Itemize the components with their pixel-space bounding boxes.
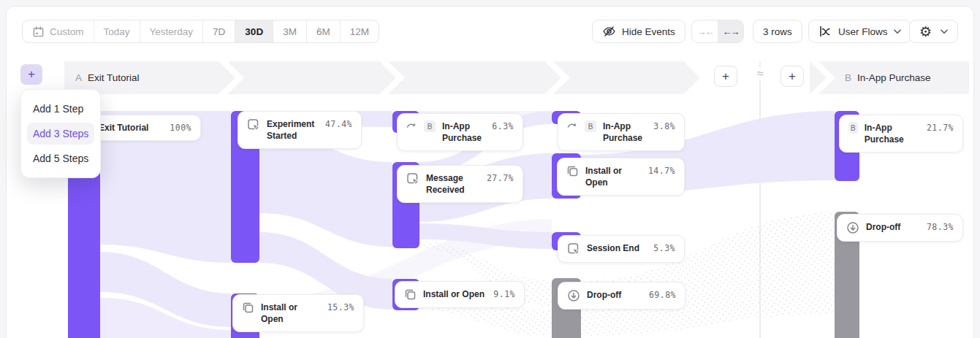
skip-arrow-icon xyxy=(406,120,417,130)
node-label: Drop-off xyxy=(866,221,900,233)
expand-columns-button[interactable]: ←→ xyxy=(718,20,743,42)
rows-button[interactable]: 3 rows xyxy=(753,20,802,43)
node-label: Drop-off xyxy=(587,289,621,301)
node-label: Install or Open xyxy=(423,288,485,300)
node-card-exit-tutorial[interactable]: Exit Tutorial 100% xyxy=(89,115,201,141)
eye-off-icon xyxy=(602,25,616,38)
step-band-a3 xyxy=(388,61,561,94)
node-percentage: 47.4% xyxy=(325,118,352,129)
user-flows-chart-icon xyxy=(818,25,832,38)
date-range-label: Today xyxy=(104,26,130,37)
add-step-b-button[interactable]: + xyxy=(780,66,804,87)
flows-divider xyxy=(759,61,761,338)
node-label: Message Received xyxy=(426,172,474,196)
tap-event-icon xyxy=(567,242,580,256)
flow-b-badge: B xyxy=(585,120,596,132)
date-range-label: 30D xyxy=(245,26,263,37)
date-range-30d[interactable]: 30D xyxy=(235,20,273,42)
node-percentage: 3.8% xyxy=(653,120,675,131)
node-percentage: 15.3% xyxy=(327,301,354,312)
step-band-b1[interactable]: B In-App Purchase xyxy=(818,61,969,94)
node-card-in-app-purchase-3[interactable]: B In-App Purchase 6.3% xyxy=(397,113,523,151)
chevron-down-icon xyxy=(941,29,948,34)
node-card-in-app-purchase-4[interactable]: B In-App Purchase 3.8% xyxy=(558,113,685,151)
date-range-label: Custom xyxy=(50,26,84,37)
plus-icon: + xyxy=(722,69,729,84)
node-card-install-or-open-3[interactable]: Install or Open 9.1% xyxy=(395,281,525,308)
node-label: In-App Purchase xyxy=(442,120,485,144)
date-range-12m[interactable]: 12M xyxy=(340,20,379,42)
step-band-a2 xyxy=(227,61,396,94)
expand-arrows-icon: ←→ xyxy=(723,26,739,37)
add-step-a-button[interactable]: + xyxy=(714,66,737,87)
tap-event-icon xyxy=(406,172,419,185)
node-card-install-or-open-4[interactable]: Install or Open 14.7% xyxy=(557,158,685,196)
node-label: Exit Tutorial xyxy=(99,122,148,134)
node-percentage: 100% xyxy=(170,122,191,133)
add-steps-before-button[interactable]: + xyxy=(20,64,42,85)
copy-squares-icon xyxy=(566,165,579,177)
node-percentage: 27.7% xyxy=(487,172,514,183)
node-card-in-app-purchase-b[interactable]: B In-App Purchase 21.7% xyxy=(839,115,963,153)
copy-squares-icon xyxy=(404,288,417,301)
flow-b-badge: B xyxy=(424,120,436,132)
date-range-label: 12M xyxy=(350,26,369,37)
add-steps-menu: Add 1 Step Add 3 Steps Add 5 Steps xyxy=(20,89,101,178)
drop-off-icon xyxy=(846,221,859,234)
date-range-label: 7D xyxy=(213,26,225,37)
step-letter: B xyxy=(845,72,851,83)
settings-dropdown[interactable]: ⚙ xyxy=(909,20,958,43)
drop-off-icon xyxy=(567,289,580,302)
node-label: Session End xyxy=(587,242,639,254)
menu-item-add-1-step[interactable]: Add 1 Step xyxy=(21,96,100,121)
node-card-experiment-started[interactable]: Experiment Started 47.4% xyxy=(238,111,362,149)
date-range-label: 3M xyxy=(283,26,297,37)
user-flows-screen: Custom Today Yesterday 7D 30D 3M 6M 12M … xyxy=(0,0,980,338)
plus-icon: + xyxy=(789,69,796,84)
node-label: Install or Open xyxy=(585,165,642,188)
node-card-session-end[interactable]: Session End 5.3% xyxy=(558,235,685,263)
node-card-message-received[interactable]: Message Received 27.7% xyxy=(397,165,523,203)
calendar-icon xyxy=(32,26,45,38)
node-percentage: 6.3% xyxy=(492,120,514,131)
node-label: In-App Purchase xyxy=(865,122,920,145)
step-title: Exit Tutorial xyxy=(88,72,140,83)
node-percentage: 78.3% xyxy=(927,221,954,232)
step-title: In-App Purchase xyxy=(857,72,931,83)
node-percentage: 5.3% xyxy=(653,242,675,253)
date-range-custom[interactable]: Custom xyxy=(23,20,94,42)
node-percentage: 69.8% xyxy=(649,289,676,300)
date-range-7d[interactable]: 7D xyxy=(202,20,235,42)
node-card-install-or-open-2[interactable]: Install or Open 15.3% xyxy=(232,294,364,332)
hide-events-button[interactable]: Hide Events xyxy=(592,20,685,43)
node-label: Install or Open xyxy=(261,301,321,325)
skip-arrow-icon xyxy=(567,120,578,130)
collapse-arrows-icon: →← xyxy=(697,26,713,37)
date-range-label: Yesterday xyxy=(150,26,194,37)
node-percentage: 14.7% xyxy=(648,165,675,176)
chart-type-dropdown[interactable]: User Flows xyxy=(808,20,911,43)
plus-icon: + xyxy=(28,67,35,82)
collapse-columns-button[interactable]: →← xyxy=(692,20,718,42)
menu-item-add-3-steps[interactable]: Add 3 Steps xyxy=(27,123,94,145)
tap-event-icon xyxy=(247,118,260,131)
date-range-yesterday[interactable]: Yesterday xyxy=(140,20,203,42)
node-label: In-App Purchase xyxy=(603,120,645,144)
node-card-drop-off-a[interactable]: Drop-off 69.8% xyxy=(558,282,685,310)
menu-item-add-5-steps[interactable]: Add 5 Steps xyxy=(21,146,100,171)
rows-label: 3 rows xyxy=(763,26,792,37)
chart-type-label: User Flows xyxy=(838,26,888,37)
node-card-drop-off-b[interactable]: Drop-off 78.3% xyxy=(837,214,963,242)
date-range-3m[interactable]: 3M xyxy=(273,20,306,42)
width-toggle: →← ←→ xyxy=(691,20,744,43)
node-percentage: 21.7% xyxy=(927,122,954,133)
date-range-label: 6M xyxy=(316,26,330,37)
copy-squares-icon xyxy=(242,301,254,314)
node-percentage: 9.1% xyxy=(493,288,515,299)
date-range-selector: Custom Today Yesterday 7D 30D 3M 6M 12M xyxy=(22,20,379,43)
step-letter: A xyxy=(75,72,82,83)
date-range-6m[interactable]: 6M xyxy=(306,20,340,42)
step-band-a4 xyxy=(553,61,700,94)
approx-icon: ≈ xyxy=(751,67,770,80)
date-range-today[interactable]: Today xyxy=(94,20,140,42)
